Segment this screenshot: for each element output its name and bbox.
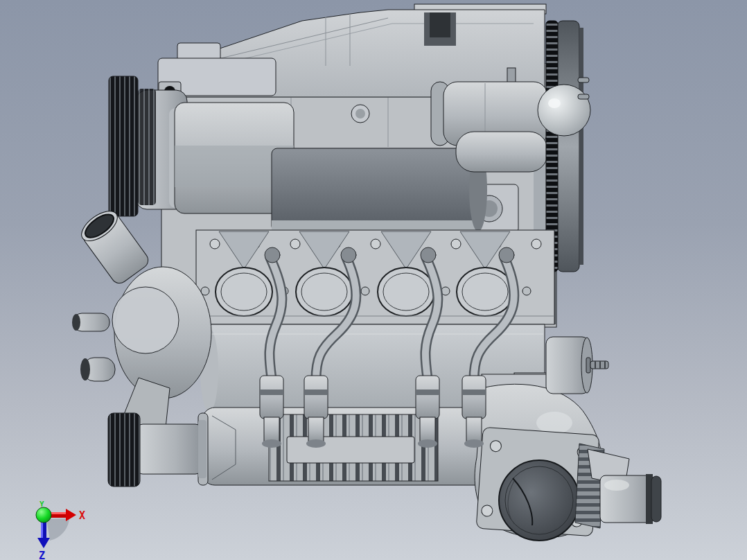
supercharger-drive-shaft[interactable] <box>137 420 206 478</box>
cylinder-head[interactable] <box>196 230 554 324</box>
intake-elbow[interactable] <box>475 373 661 541</box>
hose-barb <box>586 358 608 373</box>
vacuum-canister[interactable] <box>546 337 608 394</box>
origin-ball <box>36 507 51 523</box>
x-axis-label: X <box>79 509 85 522</box>
accessory-ribbed-pulley[interactable] <box>109 76 156 216</box>
cad-viewport[interactable]: X Z Y <box>0 0 747 560</box>
coolant-outlet[interactable] <box>600 474 661 524</box>
starter-solenoid[interactable] <box>456 132 547 172</box>
triad-shadow <box>46 518 69 541</box>
hose-fittings[interactable] <box>72 313 115 381</box>
y-axis: Y <box>36 500 51 523</box>
crank-pulley[interactable] <box>108 413 140 487</box>
throttle-bore <box>499 460 579 541</box>
z-axis-label: Z <box>39 550 45 560</box>
engine-model[interactable] <box>0 0 747 560</box>
orientation-triad: X Z Y <box>25 492 101 560</box>
